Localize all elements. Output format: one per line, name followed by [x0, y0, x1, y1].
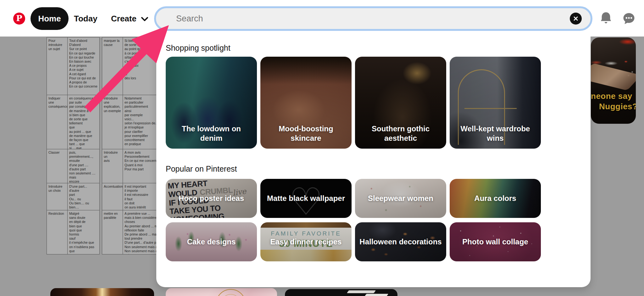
pinterest-logo[interactable]: P [13, 13, 25, 25]
top-navigation-bar: P Home Today Create [0, 0, 644, 37]
nav-create-button[interactable]: Create [111, 7, 148, 30]
chat-icon [622, 12, 636, 25]
nav-today-button[interactable]: Today [74, 7, 97, 30]
popular-card-aura-colors[interactable]: Aura colors [450, 179, 541, 218]
table-cell: Pour introduire un sujet [47, 37, 68, 95]
table-cell: mettre en parallèle [102, 210, 123, 254]
table-cell: A première vue ... mais à bien considére… [123, 210, 156, 254]
table-cell: Indiquer une conséquence [47, 95, 68, 149]
popular-card-hoco-poster[interactable]: MY HEART WOULDCRUMBL IF I COULD TAKE YOU… [166, 179, 257, 218]
table-cell: A mon avis Personnellement En ce qui me … [123, 149, 156, 183]
popular-card-easy-dinner[interactable]: FAMILY FAVORITE 30 MINUTE MEALS Easy din… [260, 222, 352, 261]
spotlight-card-southern-gothic[interactable]: Southern gothic aesthetic [355, 57, 446, 149]
shopping-spotlight-cards: The lowdown on denim Mood-boosting skinc… [166, 57, 541, 149]
card-label: Cake designs [166, 222, 257, 261]
messages-button[interactable] [622, 11, 636, 26]
card-label: Easy dinner recipes [260, 222, 352, 261]
nav-home-button[interactable]: Home [31, 7, 69, 30]
search-suggestions-panel: Shopping spotlight The lowdown on denim … [156, 37, 591, 287]
card-label: Aura colors [450, 179, 541, 218]
spotlight-card-skincare[interactable]: Mood-boosting skincare [260, 57, 352, 149]
card-label: Sleepwear women [355, 179, 446, 218]
popular-card-halloween[interactable]: Halloween decorations [355, 222, 446, 261]
search-bar[interactable] [154, 6, 592, 31]
table-cell: Notamment en particulier particulièremen… [123, 95, 156, 149]
pin-art [364, 294, 388, 296]
popular-card-cake-designs[interactable]: Cake designs [166, 222, 257, 261]
card-label: Southern gothic aesthetic [355, 57, 446, 149]
popular-on-pinterest-title: Popular on Pinterest [166, 164, 237, 174]
nuggies-pin-art [591, 63, 636, 90]
table-cell: Si bien que de sorte que au point que à … [123, 37, 156, 95]
pinterest-search-page: Pour introduire un sujet Tout d'abord D'… [0, 0, 644, 296]
bottom-center-pin [166, 288, 277, 296]
bell-icon [600, 12, 612, 26]
pin-art [347, 290, 376, 293]
clear-search-button[interactable] [570, 13, 582, 25]
table-cell: Restriction [47, 210, 68, 254]
spotlight-card-wardrobe[interactable]: Well-kept wardrobe wins [450, 57, 541, 149]
table-left-half: Pour introduire un sujet Tout d'abord D'… [47, 37, 100, 254]
nuggies-text-line2: Nuggies? [591, 101, 634, 112]
popular-card-matte-black[interactable]: ♡ Matte black wallpaper [260, 179, 352, 218]
table-cell: Classer [47, 149, 68, 183]
spotlight-card-denim[interactable]: The lowdown on denim [166, 57, 257, 149]
shopping-spotlight-title: Shopping spotlight [166, 43, 230, 53]
card-label: The lowdown on denim [166, 57, 257, 149]
table-cell: D'une part... d'autre part Ou... ou Ou b… [68, 183, 99, 210]
search-input[interactable] [156, 14, 591, 24]
popular-card-photo-wall[interactable]: Photo wall collage [450, 222, 541, 261]
table-cell: puis, premièrement..., ensuite d'une par… [68, 149, 99, 183]
card-label: Hoco poster ideas [166, 179, 257, 218]
notifications-button[interactable] [599, 11, 613, 26]
card-label: Well-kept wardrobe wins [450, 57, 541, 149]
nuggies-meme-pin: neone say Nuggies? [591, 37, 636, 124]
nuggies-text-line1: neone say [591, 91, 632, 101]
card-label: Mood-boosting skincare [260, 57, 352, 149]
card-label: Halloween decorations [355, 222, 446, 261]
gold-mandala-art [216, 289, 246, 296]
popular-card-sleepwear[interactable]: Sleepwear women [355, 179, 446, 218]
bottom-left-pin [50, 288, 154, 296]
table-cell: Malgré sans doute en dépit de bien que q… [68, 210, 99, 254]
close-icon [573, 16, 578, 21]
table-cell: Introduire une explication, un exemple [102, 95, 123, 149]
french-grammar-table-pin: Pour introduire un sujet Tout d'abord D'… [47, 37, 156, 254]
table-cell: Introduire un avis [102, 149, 123, 183]
popular-cards: MY HEART WOULDCRUMBL IF I COULD TAKE YOU… [166, 179, 541, 261]
bottom-right-pin [285, 289, 397, 296]
table-right-half: marquer la cause Si bien que de sorte qu… [102, 37, 156, 254]
chevron-down-icon [141, 17, 148, 22]
table-cell: Introduire un choix [47, 183, 68, 210]
table-cell: Tout d'abord D'abord Sur ce point En ce … [68, 37, 99, 95]
table-cell: en conséquence par suite par conséquent … [68, 95, 99, 149]
table-cell: marquer la cause [102, 37, 123, 95]
table-cell: Il est important il importe il est néces… [123, 183, 156, 210]
card-label: Matte black wallpaper [260, 179, 352, 218]
card-label: Photo wall collage [450, 222, 541, 261]
table-cell: Accentuation [102, 183, 123, 210]
